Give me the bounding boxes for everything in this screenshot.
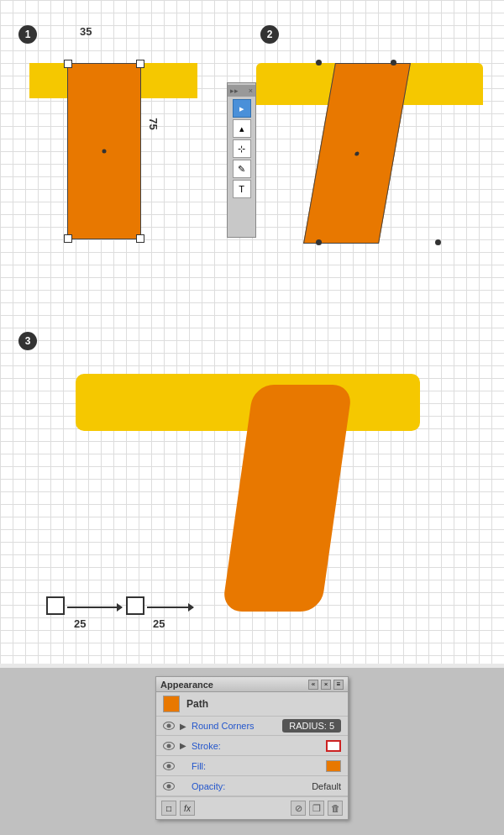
badge-1: 1 [18, 25, 37, 44]
corner-dot-bl2 [316, 239, 322, 245]
arrow-box-left[interactable] [46, 596, 65, 615]
badge-2: 2 [260, 25, 279, 44]
dimension-35: 35 [80, 25, 92, 38]
canvas-area: 1 35 75 25 25 2 ▸ [0, 0, 504, 664]
appearance-title: Appearance [160, 680, 213, 690]
corner-dot-tl2 [316, 60, 322, 66]
titlebar-menu[interactable]: ≡ [333, 680, 344, 690]
handle-tr[interactable] [136, 60, 144, 68]
appearance-footer: □ fx ⊘ ❐ 🗑 [156, 796, 348, 819]
toolbar-pen[interactable]: ✎ [233, 160, 251, 178]
round-corners-label[interactable]: Round Corners [192, 721, 255, 731]
arrow-box-right[interactable] [126, 596, 144, 615]
eye-icon-opacity[interactable] [163, 782, 175, 790]
toolbar-close[interactable]: × [249, 87, 253, 95]
arrow-expand[interactable]: ▶ [180, 722, 186, 731]
center-dot [102, 150, 107, 154]
appearance-panel: Appearance « × ≡ Path ▶ Round Corners RA… [155, 676, 349, 820]
opacity-value: Default [312, 781, 341, 791]
opacity-label[interactable]: Opacity: [192, 781, 307, 791]
arrow-right [147, 607, 193, 608]
dimension-25-right: 25 [153, 617, 165, 630]
footer-copy[interactable]: ❐ [309, 801, 324, 816]
fx-label: fx [184, 804, 191, 813]
radius-badge: RADIUS: 5 [282, 719, 341, 733]
stroke-row: ▶ Stroke: [156, 736, 348, 756]
fill-row: ▶ Fill: [156, 756, 348, 776]
footer-no-icon[interactable]: ⊘ [291, 801, 306, 816]
bottom-panel: Appearance « × ≡ Path ▶ Round Corners RA… [0, 668, 504, 835]
orange-rect-1[interactable] [67, 63, 141, 239]
titlebar-controls: « × ≡ [308, 680, 344, 690]
toolbar-panel: ▸▸ × ▸ ▴ ⊹ ✎ T [227, 82, 256, 238]
fill-label[interactable]: Fill: [192, 761, 321, 771]
path-color-swatch[interactable] [163, 696, 180, 712]
stroke-label[interactable]: Stroke: [192, 741, 321, 751]
corner-dot-tr2 [391, 60, 396, 66]
toolbar-direct-select[interactable]: ▴ [233, 119, 251, 138]
toolbar-header: ▸▸ × [228, 85, 255, 97]
titlebar-collapse[interactable]: « [308, 680, 318, 690]
fill-swatch[interactable] [326, 760, 341, 772]
toolbar-transform[interactable]: ⊹ [233, 139, 251, 158]
toolbar-select[interactable]: ▸ [233, 99, 251, 118]
path-row: Path [156, 692, 348, 717]
dimension-75: 75 [147, 118, 160, 129]
eye-icon-stroke[interactable] [163, 742, 175, 750]
eye-icon-fill[interactable] [163, 762, 175, 770]
footer-fx[interactable]: fx [180, 801, 195, 816]
toolbar-text[interactable]: T [233, 180, 251, 198]
opacity-row: ▶ Opacity: Default [156, 776, 348, 796]
stroke-swatch[interactable] [326, 740, 341, 752]
titlebar-close[interactable]: × [321, 680, 331, 690]
center-dot-2 [354, 151, 360, 155]
handle-bl[interactable] [64, 234, 72, 243]
corner-dot-br2 [435, 239, 441, 245]
arrow-stroke[interactable]: ▶ [180, 741, 186, 750]
footer-new-item[interactable]: □ [161, 801, 176, 816]
footer-delete[interactable]: 🗑 [328, 801, 343, 816]
badge-3: 3 [18, 332, 37, 350]
eye-icon-round[interactable] [163, 722, 175, 730]
path-label: Path [186, 698, 341, 710]
arrow-left [67, 607, 122, 608]
handle-br[interactable] [136, 234, 144, 243]
appearance-titlebar: Appearance « × ≡ [156, 677, 348, 692]
round-corners-row: ▶ Round Corners RADIUS: 5 [156, 717, 348, 736]
handle-tl[interactable] [64, 60, 72, 68]
dimension-25-left: 25 [74, 617, 86, 630]
